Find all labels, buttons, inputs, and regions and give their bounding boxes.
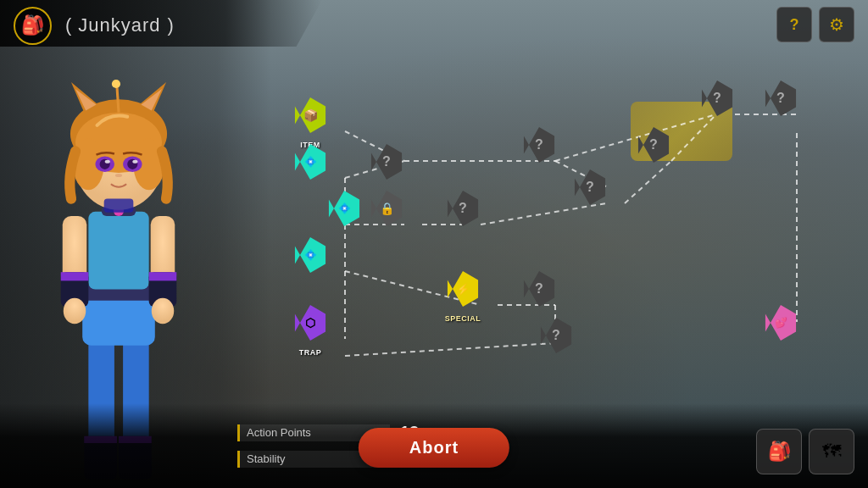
svg-rect-14: [61, 272, 89, 280]
help-icon: ?: [790, 16, 799, 34]
svg-point-16: [152, 298, 175, 324]
svg-line-48: [481, 203, 606, 225]
node-teal-3-shape: 💠: [292, 237, 328, 273]
svg-rect-6: [82, 294, 155, 346]
node-q1-shape: ?: [369, 144, 404, 180]
svg-rect-38: [104, 199, 134, 213]
node-q5-shape: ?: [572, 169, 608, 205]
node-q4[interactable]: ?: [520, 126, 558, 164]
title-bracket: ( Junkyard ): [62, 14, 177, 36]
node-girl[interactable]: 💕: [762, 304, 799, 341]
bracket-close: ): [168, 14, 174, 36]
node-q1[interactable]: ?: [368, 143, 405, 180]
svg-point-34: [132, 160, 137, 164]
node-q5[interactable]: ?: [571, 169, 609, 206]
map-area: 📦 ITEM 💠 💠 💠 ⬡ TRAP ? 🔒 ? ⚡ SPECIAL ? ?: [237, 51, 868, 403]
svg-point-33: [105, 160, 110, 164]
svg-point-15: [64, 298, 86, 324]
node-teal-2-shape: 💠: [326, 191, 362, 226]
map-icon: 🗺: [822, 441, 841, 463]
node-q2-shape: ?: [445, 191, 481, 226]
node-lock[interactable]: 🔒: [368, 190, 405, 227]
svg-rect-8: [88, 212, 148, 290]
node-q3[interactable]: ?: [520, 270, 558, 308]
map-button[interactable]: 🗺: [809, 429, 854, 474]
header: 🎒 ( Junkyard ): [0, 0, 868, 51]
node-item-shape: 📦: [292, 97, 328, 133]
bracket-open: (: [65, 14, 71, 36]
svg-point-37: [112, 80, 120, 88]
node-q7[interactable]: ?: [698, 80, 736, 117]
node-special-shape: ⚡: [445, 271, 481, 307]
node-q9-shape: ?: [763, 80, 798, 116]
node-teal-1-shape: 💠: [292, 144, 328, 180]
svg-line-56: [345, 343, 555, 356]
node-q6[interactable]: ?: [635, 126, 672, 164]
stability-label: Stability: [247, 452, 331, 465]
svg-line-36: [117, 86, 119, 113]
node-special[interactable]: ⚡ SPECIAL: [444, 270, 481, 308]
node-q7-shape: ?: [699, 80, 735, 116]
node-q6-shape: ?: [636, 127, 671, 163]
node-special-label: SPECIAL: [445, 314, 481, 323]
inventory-button[interactable]: 🎒: [756, 429, 802, 474]
svg-line-50: [625, 161, 671, 203]
settings-button[interactable]: ⚙: [819, 7, 854, 42]
svg-line-52: [671, 114, 716, 161]
node-q8-shape: ?: [538, 318, 574, 353]
svg-point-35: [115, 174, 122, 177]
node-q8[interactable]: ?: [537, 317, 575, 354]
node-q9[interactable]: ?: [762, 80, 799, 117]
node-trap-label: TRAP: [299, 348, 322, 357]
help-button[interactable]: ?: [776, 7, 812, 42]
node-lock-shape: 🔒: [369, 191, 404, 226]
node-teal-2[interactable]: 💠: [326, 190, 363, 227]
action-points-label: Action Points: [247, 426, 331, 439]
settings-icon: ⚙: [829, 14, 844, 35]
title-icon: 🎒: [14, 7, 52, 45]
top-right-controls: ? ⚙: [776, 7, 854, 42]
bottom-right-buttons: 🎒 🗺: [756, 429, 854, 474]
abort-button[interactable]: Abort: [359, 428, 509, 468]
node-trap[interactable]: ⬡ TRAP: [292, 304, 329, 341]
node-teal-1[interactable]: 💠: [292, 143, 329, 180]
page-title: Junkyard: [78, 14, 160, 36]
node-girl-shape: 💕: [763, 305, 798, 341]
node-q3-shape: ?: [521, 271, 557, 307]
node-item[interactable]: 📦 ITEM: [292, 97, 329, 134]
node-trap-shape: ⬡: [292, 305, 328, 341]
node-q4-shape: ?: [521, 127, 557, 163]
node-q2[interactable]: ?: [444, 190, 481, 227]
inventory-icon: 🎒: [768, 441, 791, 463]
node-teal-3[interactable]: 💠: [292, 236, 329, 274]
svg-rect-12: [149, 272, 177, 280]
